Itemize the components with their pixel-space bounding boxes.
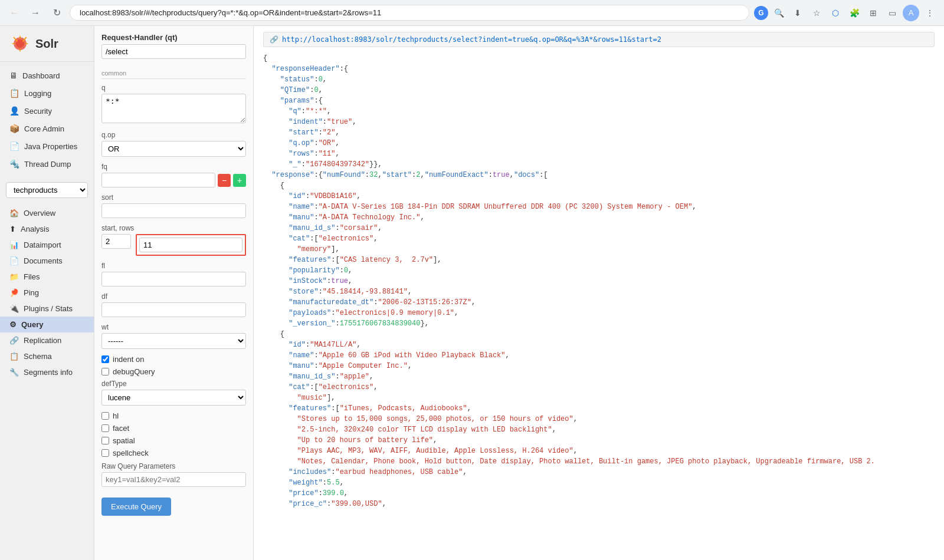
core-nav-files[interactable]: 📁 Files bbox=[0, 269, 94, 285]
documents-icon: 📄 bbox=[9, 256, 19, 265]
spellcheck-row: spellcheck bbox=[101, 449, 246, 457]
core-selector[interactable]: techproducts bbox=[6, 182, 88, 198]
indent-checkbox[interactable] bbox=[101, 355, 109, 363]
schema-icon: 📋 bbox=[9, 352, 19, 361]
fq-group: fq − + bbox=[101, 163, 246, 187]
fq-add-button[interactable]: + bbox=[233, 174, 246, 187]
core-nav-overview[interactable]: 🏠 Overview bbox=[0, 205, 94, 221]
handler-group: Request-Handler (qt) bbox=[101, 33, 246, 64]
core-nav-replication[interactable]: 🔗 Replication bbox=[0, 332, 94, 348]
ping-icon: 🏓 bbox=[9, 288, 19, 297]
extensions-button[interactable]: 🧩 bbox=[846, 5, 863, 21]
core-nav-documents[interactable]: 📄 Documents bbox=[0, 253, 94, 269]
start-rows-row bbox=[101, 234, 246, 256]
fq-label: fq bbox=[101, 163, 246, 171]
qop-select[interactable]: OR AND bbox=[101, 141, 246, 157]
replication-icon: 🔗 bbox=[9, 336, 19, 345]
spellcheck-label[interactable]: spellcheck bbox=[113, 449, 149, 457]
thread-dump-icon: 🔩 bbox=[9, 159, 19, 169]
hl-label[interactable]: hl bbox=[113, 411, 119, 420]
facet-checkbox[interactable] bbox=[101, 424, 109, 432]
sidebar-item-thread-dump[interactable]: 🔩 Thread Dump bbox=[0, 155, 94, 173]
q-input[interactable]: *:* bbox=[101, 94, 246, 123]
execute-query-button[interactable]: Execute Query bbox=[101, 498, 171, 516]
facet-row: facet bbox=[101, 424, 246, 433]
main-content: Request-Handler (qt) common q *:* q.op O… bbox=[94, 26, 944, 560]
facet-label[interactable]: facet bbox=[113, 424, 129, 433]
logging-icon: 📋 bbox=[9, 88, 19, 98]
query-panel: Request-Handler (qt) common q *:* q.op O… bbox=[94, 26, 944, 560]
handler-input[interactable] bbox=[101, 44, 246, 59]
deftype-select[interactable]: lucene dismax edismax bbox=[101, 390, 246, 406]
overview-icon: 🏠 bbox=[9, 209, 19, 218]
core-nav-query[interactable]: ⚙ Query bbox=[0, 317, 94, 332]
qop-group: q.op OR AND bbox=[101, 131, 246, 157]
indent-row: indent on bbox=[101, 355, 246, 364]
address-bar[interactable] bbox=[70, 5, 749, 21]
debug-query-checkbox[interactable] bbox=[101, 368, 109, 375]
raw-params-input[interactable] bbox=[101, 472, 246, 487]
sidebar-item-dashboard[interactable]: 🖥 Dashboard bbox=[0, 67, 94, 84]
fl-input[interactable] bbox=[101, 272, 246, 286]
bookmark-button[interactable]: ☆ bbox=[808, 5, 825, 21]
wt-select[interactable]: ------ json xml csv bbox=[101, 333, 246, 349]
core-nav-dataimport[interactable]: 📊 Dataimport bbox=[0, 237, 94, 253]
core-nav-plugins-stats[interactable]: 🔌 Plugins / Stats bbox=[0, 301, 94, 317]
query-icon: ⚙ bbox=[9, 320, 17, 329]
core-nav-ping[interactable]: 🏓 Ping bbox=[0, 285, 94, 301]
sidebar-item-security-label: Security bbox=[24, 107, 52, 116]
result-url-text: http://localhost:8983/solr/techproducts/… bbox=[282, 35, 661, 44]
sidebar-item-security[interactable]: 👤 Security bbox=[0, 102, 94, 120]
solr-sun-icon bbox=[9, 33, 31, 54]
cast-button[interactable]: ⬡ bbox=[827, 5, 844, 21]
sidebar-item-java-properties[interactable]: 📄 Java Properties bbox=[0, 137, 94, 155]
result-panel: 🔗 http://localhost:8983/solr/techproduct… bbox=[254, 26, 944, 560]
indent-label[interactable]: indent on bbox=[113, 355, 145, 364]
result-json: { "responseHeader":{ "status":0, "QTime"… bbox=[263, 53, 935, 509]
reload-button[interactable]: ↻ bbox=[48, 5, 65, 21]
browser-actions: G 🔍 ⬇ ☆ ⬡ 🧩 ⊞ ▭ A ⋮ bbox=[754, 5, 938, 21]
core-nav-analysis[interactable]: ⬆ Analysis bbox=[0, 221, 94, 237]
search-button[interactable]: 🔍 bbox=[771, 5, 787, 21]
sidebar-item-java-properties-label: Java Properties bbox=[24, 142, 77, 151]
sidebar-item-dashboard-label: Dashboard bbox=[22, 71, 60, 80]
core-nav-segments-info[interactable]: 🔧 Segments info bbox=[0, 364, 94, 380]
debug-query-label[interactable]: debugQuery bbox=[113, 367, 155, 376]
handler-label: Request-Handler (qt) bbox=[101, 33, 246, 42]
spatial-checkbox[interactable] bbox=[101, 437, 109, 444]
sidebar-item-logging-label: Logging bbox=[24, 89, 51, 98]
hl-checkbox[interactable] bbox=[101, 412, 109, 420]
raw-params-group: Raw Query Parameters bbox=[101, 462, 246, 487]
menu-button[interactable]: ⋮ bbox=[922, 5, 938, 21]
start-input-wrap bbox=[101, 234, 131, 249]
sidebar-item-logging[interactable]: 📋 Logging bbox=[0, 84, 94, 102]
sort-label: sort bbox=[101, 193, 246, 202]
fq-input[interactable] bbox=[101, 173, 215, 187]
form-panel: Request-Handler (qt) common q *:* q.op O… bbox=[94, 26, 254, 560]
core-nav: 🏠 Overview ⬆ Analysis 📊 Dataimport 📄 Doc… bbox=[0, 203, 94, 383]
sidebar: Solr 🖥 Dashboard 📋 Logging 👤 Security 📦 … bbox=[0, 26, 94, 560]
fq-remove-button[interactable]: − bbox=[218, 174, 231, 187]
download-button[interactable]: ⬇ bbox=[789, 5, 806, 21]
core-nav-schema[interactable]: 📋 Schema bbox=[0, 348, 94, 364]
monitor-button[interactable]: ▭ bbox=[884, 5, 900, 21]
fl-label: fl bbox=[101, 262, 246, 270]
rows-input[interactable] bbox=[139, 238, 242, 252]
grid-button[interactable]: ⊞ bbox=[865, 5, 881, 21]
forward-button[interactable]: → bbox=[27, 5, 44, 21]
q-label: q bbox=[101, 84, 246, 92]
sidebar-item-core-admin[interactable]: 📦 Core Admin bbox=[0, 120, 94, 137]
sort-group: sort bbox=[101, 193, 246, 218]
back-button[interactable]: ← bbox=[6, 5, 22, 21]
profile-avatar[interactable]: A bbox=[903, 5, 919, 21]
sort-input[interactable] bbox=[101, 203, 246, 218]
spellcheck-checkbox[interactable] bbox=[101, 449, 109, 457]
plugins-icon: 🔌 bbox=[9, 304, 19, 313]
security-icon: 👤 bbox=[9, 106, 19, 116]
qop-label: q.op bbox=[101, 131, 246, 139]
start-input[interactable] bbox=[101, 234, 131, 249]
deftype-group: defType lucene dismax edismax bbox=[101, 380, 246, 406]
df-input[interactable] bbox=[101, 302, 246, 317]
files-icon: 📁 bbox=[9, 272, 19, 281]
spatial-label[interactable]: spatial bbox=[113, 436, 135, 445]
